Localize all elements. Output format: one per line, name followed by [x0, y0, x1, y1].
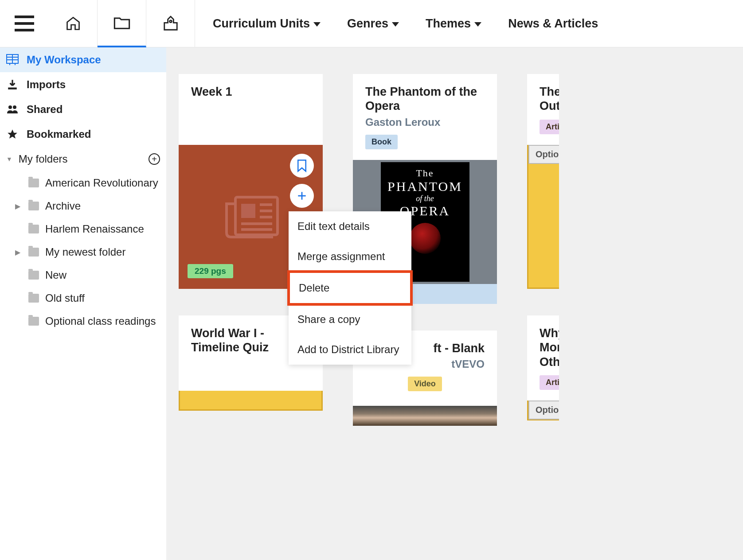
folder-label: Optional class readings — [45, 315, 156, 327]
nav-genres[interactable]: Genres — [347, 17, 399, 31]
card-partial-top[interactable]: TheOut" Arti Optiona — [527, 74, 559, 289]
caret-down-icon: ▼ — [6, 156, 12, 163]
card-image — [353, 406, 497, 426]
folder-label: My newest folder — [45, 246, 125, 258]
pages-badge: 229 pgs — [188, 264, 233, 278]
card-header: The Phantom of the Opera Gaston Leroux B… — [353, 74, 497, 160]
card-author: Gaston Leroux — [365, 116, 485, 128]
card-title: Week 1 — [191, 85, 310, 99]
folder-item[interactable]: Harlem Renaissance — [0, 218, 166, 241]
content-column-partial: TheOut" Arti Optiona WhyMoreOthe Arti Op… — [527, 74, 559, 560]
menu-delete[interactable]: Delete — [287, 270, 413, 306]
content-area: Week 1 229 pgs — [166, 47, 743, 560]
sidebar-label: My Workspace — [27, 54, 101, 66]
caret-down-icon — [392, 22, 399, 27]
caret-down-icon — [313, 22, 321, 27]
card-image: Optiona — [527, 145, 559, 289]
sidebar-label: Imports — [27, 78, 66, 91]
folder-label: New — [45, 269, 66, 281]
sidebar: My Workspace Imports Shared Bookmarked ▼… — [0, 47, 166, 560]
menu-district[interactable]: Add to District Library — [289, 334, 411, 365]
workspace-icon — [6, 54, 19, 66]
sidebar-bookmarked[interactable]: Bookmarked — [0, 122, 166, 147]
shared-icon — [6, 103, 19, 116]
sidebar-label: Bookmarked — [27, 128, 91, 140]
folder-label: American Revolutionary — [45, 177, 158, 189]
folder-icon — [28, 225, 39, 233]
school-icon — [162, 15, 179, 32]
folder-item[interactable]: Optional class readings — [0, 310, 166, 333]
optional-label: Optiona — [528, 401, 559, 420]
caret-down-icon — [474, 22, 481, 27]
card-header: Week 1 — [179, 74, 323, 145]
folder-icon — [28, 317, 39, 326]
card-image — [179, 391, 323, 411]
my-folders-header[interactable]: ▼ My folders + — [0, 147, 166, 171]
optional-label: Optiona — [528, 145, 559, 164]
nav-curriculum[interactable]: Curriculum Units — [213, 17, 321, 31]
svg-rect-1 — [15, 22, 34, 25]
folder-label: Archive — [45, 200, 81, 212]
menu-button[interactable] — [0, 0, 49, 47]
svg-point-12 — [13, 105, 16, 109]
bookmark-icon — [296, 159, 308, 172]
menu-edit[interactable]: Edit text details — [289, 211, 411, 241]
card-title: TheOut" — [540, 85, 559, 113]
card-header: WhyMoreOthe Arti — [527, 315, 559, 401]
card-title: The Phantom of the Opera — [365, 85, 485, 113]
svg-rect-2 — [15, 29, 34, 31]
top-header: Curriculum Units Genres Themes News & Ar… — [0, 0, 743, 47]
school-button[interactable] — [146, 0, 195, 47]
svg-rect-10 — [8, 88, 17, 89]
import-icon — [6, 78, 19, 91]
hamburger-icon — [15, 16, 34, 31]
folder-icon — [28, 202, 39, 210]
folder-label: Old stuff — [45, 292, 85, 304]
card-actions — [290, 154, 314, 208]
folder-icon — [28, 271, 39, 280]
type-badge: Arti — [540, 120, 559, 134]
sidebar-shared[interactable]: Shared — [0, 97, 166, 122]
card-title: WhyMoreOthe — [540, 326, 559, 369]
folder-item[interactable]: Old stuff — [0, 287, 166, 310]
card-partial-bottom[interactable]: WhyMoreOthe Arti Optiona — [527, 315, 559, 420]
svg-rect-16 — [241, 204, 255, 218]
folder-label: Harlem Renaissance — [45, 223, 144, 235]
nav-themes[interactable]: Themes — [426, 17, 481, 31]
plus-icon — [296, 190, 308, 202]
video-thumbnail — [353, 406, 497, 426]
menu-merge[interactable]: Merge assignment — [289, 241, 411, 272]
home-button[interactable] — [49, 0, 98, 47]
svg-point-11 — [8, 105, 12, 109]
folder-icon — [28, 179, 39, 187]
menu-share[interactable]: Share a copy — [289, 304, 411, 334]
card-header: TheOut" Arti — [527, 74, 559, 145]
folder-item[interactable]: ▶ My newest folder — [0, 241, 166, 264]
bookmark-button[interactable] — [290, 154, 314, 178]
card-image: Optiona — [527, 401, 559, 420]
chevron-right-icon: ▶ — [15, 202, 20, 210]
add-button[interactable] — [290, 184, 314, 208]
sidebar-label: Shared — [27, 103, 63, 116]
newspaper-icon — [220, 191, 282, 244]
star-icon — [6, 128, 19, 140]
type-badge: Video — [408, 377, 442, 391]
folder-list: American Revolutionary ▶ Archive Harlem … — [0, 171, 166, 333]
folder-tab-button[interactable] — [98, 0, 146, 47]
home-icon — [65, 16, 81, 31]
type-badge: Arti — [540, 375, 559, 390]
add-folder-button[interactable]: + — [149, 153, 160, 165]
type-badge: Book — [365, 135, 398, 149]
folder-item[interactable]: American Revolutionary — [0, 171, 166, 194]
context-menu: Edit text details Merge assignment Delet… — [289, 211, 411, 365]
sidebar-imports[interactable]: Imports — [0, 72, 166, 97]
svg-point-3 — [169, 20, 172, 23]
nav-news[interactable]: News & Articles — [508, 17, 598, 31]
folder-item[interactable]: New — [0, 264, 166, 287]
folder-item[interactable]: ▶ Archive — [0, 194, 166, 218]
sidebar-workspace[interactable]: My Workspace — [0, 47, 166, 72]
header-nav: Curriculum Units Genres Themes News & Ar… — [213, 17, 598, 31]
chevron-right-icon: ▶ — [15, 248, 20, 257]
folder-icon — [28, 294, 39, 303]
folders-label: My folders — [19, 153, 68, 165]
